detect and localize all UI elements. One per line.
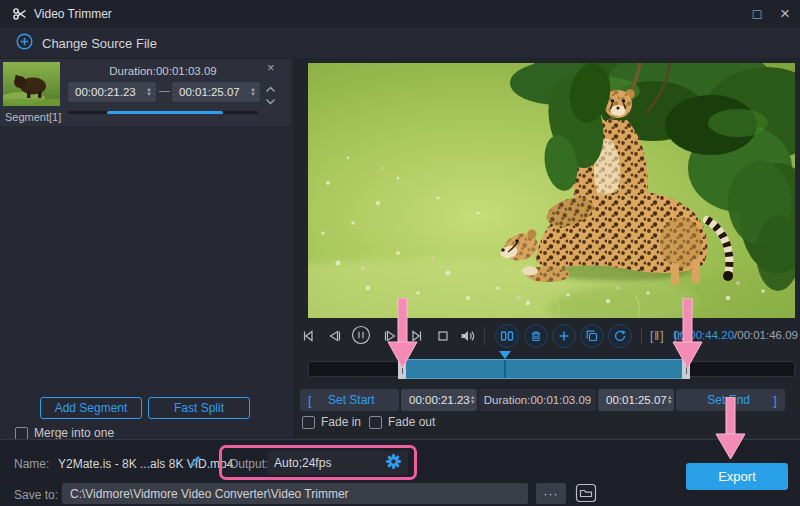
save-path-input[interactable]: C:\Vidmore\Vidmore Video Converter\Video… (62, 483, 528, 504)
trim-end-handle[interactable] (682, 359, 690, 379)
add-segment-button[interactable]: Add Segment (40, 397, 142, 419)
trim-end-value: 00:01:25.07 (606, 394, 667, 406)
segment-end-value: 00:01:25.07 (179, 86, 240, 98)
trim-start-input[interactable]: 00:00:21.23 ▲ ▼ (401, 389, 477, 411)
set-start-button[interactable]: [ Set Start (300, 389, 399, 411)
set-start-label: Set Start (328, 393, 375, 407)
add-button[interactable] (552, 324, 576, 348)
segment-start-value: 00:00:21.23 (75, 86, 136, 98)
segment-range-fill (107, 111, 223, 114)
set-end-button[interactable]: Set End ] (676, 389, 785, 411)
maximize-icon[interactable]: □ (744, 3, 770, 25)
stop-button[interactable] (432, 325, 454, 347)
browse-button[interactable]: ··· (536, 483, 566, 504)
fade-in-label: Fade in (321, 415, 361, 429)
volume-icon[interactable] (456, 325, 478, 347)
trim-duration: Duration:00:01:03.09 (479, 389, 596, 411)
fade-out-checkbox[interactable] (369, 416, 382, 429)
spinner-icons[interactable]: ▲ ▼ (470, 395, 476, 405)
bracket-pause-icon[interactable]: [‖] (650, 329, 665, 343)
trim-start-handle[interactable] (398, 359, 406, 379)
current-time: 00:00:44.20 (673, 329, 734, 341)
change-source-label: Change Source File (42, 36, 157, 51)
plus-circle-icon (16, 33, 33, 54)
range-separator: — (159, 84, 170, 96)
bracket-close: ] (773, 393, 777, 408)
name-value: Y2Mate.is - 8K ...als 8K VID.mp4 (58, 457, 233, 471)
change-source-button[interactable]: Change Source File (16, 33, 157, 54)
step-back-button[interactable] (324, 325, 346, 347)
fast-split-button[interactable]: Fast Split (148, 397, 250, 419)
merge-label: Merge into one (34, 426, 114, 440)
fade-in-checkbox[interactable] (302, 416, 315, 429)
spinner-down-icon[interactable]: ▼ (667, 400, 673, 405)
time-display: 00:00:44.20/00:01:46.09 (690, 329, 798, 341)
pause-button[interactable] (350, 324, 372, 346)
video-trimmer-window: Video Trimmer □ × Change Source File (0, 0, 800, 506)
step-forward-button[interactable] (379, 325, 401, 347)
name-label: Name: (14, 457, 49, 471)
playhead-line (504, 360, 506, 378)
controls-divider (641, 327, 642, 345)
toolbar: Change Source File (0, 28, 800, 59)
split-button[interactable] (495, 324, 519, 348)
segment-start-input[interactable]: 00:00:21.23 ▲ ▼ (68, 82, 156, 102)
segment-end-input[interactable]: 00:01:25.07 ▲ ▼ (172, 82, 260, 102)
playhead-marker[interactable] (499, 351, 511, 359)
video-frame (308, 63, 795, 318)
fade-out-label: Fade out (388, 415, 435, 429)
open-folder-button[interactable] (574, 482, 598, 506)
trim-start-value: 00:00:21.23 (409, 394, 470, 406)
controls-divider (484, 327, 485, 345)
segment-name: Segment[1] (5, 111, 61, 123)
spinner-icons[interactable]: ▲ ▼ (250, 87, 256, 97)
export-button[interactable]: Export (686, 463, 788, 490)
close-icon[interactable]: × (772, 3, 798, 25)
timeline-selection[interactable] (398, 359, 690, 379)
segment-card[interactable]: Duration:00:01:03.09 00:00:21.23 ▲ ▼ — 0… (0, 59, 290, 126)
move-down-icon[interactable] (265, 91, 276, 109)
segment-thumbnail[interactable] (3, 62, 60, 106)
scissors-icon (12, 6, 28, 26)
spinner-down-icon[interactable]: ▼ (470, 400, 476, 405)
output-field[interactable]: Auto;24fps (267, 451, 408, 475)
gear-icon[interactable] (386, 454, 401, 473)
delete-button[interactable] (524, 324, 548, 348)
spinner-icons[interactable]: ▲ ▼ (667, 395, 673, 405)
spinner-down-icon[interactable]: ▼ (146, 92, 152, 97)
copy-button[interactable] (580, 324, 604, 348)
spinner-icons[interactable]: ▲ ▼ (146, 87, 152, 97)
window-title: Video Trimmer (34, 7, 112, 21)
bracket-open: [ (308, 393, 312, 408)
set-end-label: Set End (707, 393, 750, 407)
total-time: /00:01:46.09 (734, 329, 798, 341)
title-bar: Video Trimmer □ × (0, 0, 800, 28)
trim-end-input[interactable]: 00:01:25.07 ▲ ▼ (598, 389, 674, 411)
segment-duration: Duration:00:01:03.09 (68, 65, 258, 77)
segment-range-slider[interactable] (68, 111, 258, 114)
footer-bar: Name: Y2Mate.is - 8K ...als 8K VID.mp4 O… (0, 439, 800, 506)
skip-end-button[interactable] (406, 325, 428, 347)
remove-segment-icon[interactable]: × (267, 60, 275, 75)
output-label: Output: (229, 457, 268, 471)
spinner-down-icon[interactable]: ▼ (250, 92, 256, 97)
skip-start-button[interactable] (297, 325, 319, 347)
edit-name-icon[interactable] (188, 454, 203, 473)
save-to-label: Save to: (14, 488, 58, 502)
output-value: Auto;24fps (274, 456, 331, 470)
restore-button[interactable] (608, 324, 632, 348)
segment-list-panel: Duration:00:01:03.09 00:00:21.23 ▲ ▼ — 0… (0, 59, 295, 438)
save-path-value: C:\Vidmore\Vidmore Video Converter\Video… (70, 487, 349, 501)
